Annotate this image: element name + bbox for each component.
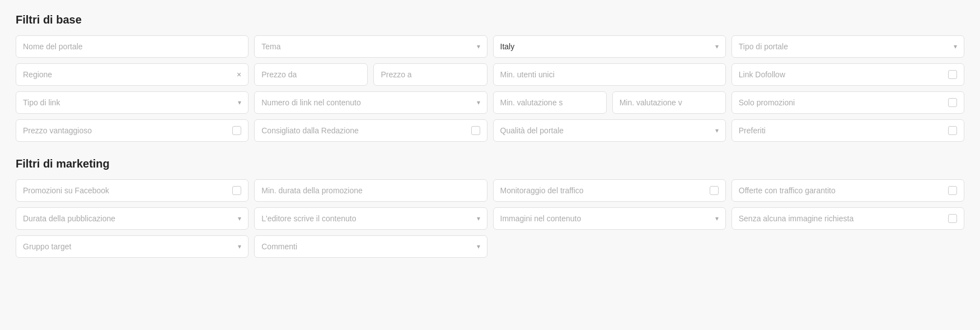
marketing-filters-section: Filtri di marketing Promozioni su Facebo…	[16, 157, 964, 258]
base-filters-title: Filtri di base	[16, 13, 964, 26]
tipo-portale-select[interactable]: Tipo di portale ▾	[732, 35, 964, 58]
min-valutazione-from[interactable]: Min. valutazione s	[493, 91, 607, 114]
offerte-traffico-label: Offerte con traffico garantito	[739, 186, 944, 195]
min-durata-input[interactable]: Min. durata della promozione	[254, 179, 487, 202]
tipo-link-select[interactable]: Tipo di link ▾	[16, 91, 248, 114]
regione-cell: Regione ×	[16, 63, 248, 86]
consigliato-redazione-checkbox[interactable]: Consigliato dalla Redazione	[254, 119, 487, 142]
prezzo-from[interactable]: Prezzo da	[254, 63, 368, 86]
filter-row: Prezzo vantaggioso Consigliato dalla Red…	[16, 119, 964, 142]
chevron-down-icon: ▾	[715, 215, 719, 222]
qualita-portale-select[interactable]: Qualità del portale ▾	[493, 119, 726, 142]
gruppo-target-select[interactable]: Gruppo target ▾	[16, 235, 248, 258]
country-label: Italy	[500, 42, 711, 51]
monitoraggio-traffico-label: Monitoraggio del traffico	[500, 186, 705, 195]
preferiti-checkbox[interactable]: Preferiti	[732, 119, 964, 142]
filter-row: Gruppo target ▾ Commenti ▾	[16, 235, 964, 258]
empty2-cell	[732, 235, 964, 258]
solo-promozioni-checkbox[interactable]: Solo promozioni	[732, 91, 964, 114]
qualita-portale-cell: Qualità del portale ▾	[493, 119, 726, 142]
country-select[interactable]: Italy ▾	[493, 35, 726, 58]
min-durata-cell: Min. durata della promozione	[254, 179, 487, 202]
immagini-contenuto-label: Immagini nel contenuto	[500, 214, 711, 223]
promozioni-facebook-label: Promozioni su Facebook	[23, 186, 228, 195]
min-valutazione-to-label: Min. valutazione v	[620, 98, 719, 107]
tipo-link-cell: Tipo di link ▾	[16, 91, 248, 114]
prezzo-vantaggioso-label: Prezzo vantaggioso	[23, 126, 228, 135]
preferiti-checkbox-box[interactable]	[948, 126, 957, 135]
link-dofollow-checkbox[interactable]: Link Dofollow	[732, 63, 964, 86]
filter-row: Tipo di link ▾ Numero di link nel conten…	[16, 91, 964, 114]
close-icon[interactable]: ×	[237, 70, 241, 79]
prezzo-cell: Prezzo da Prezzo a	[254, 63, 487, 86]
offerte-traffico-checkbox-box[interactable]	[948, 186, 957, 195]
senza-immagine-cell: Senza alcuna immagine richiesta	[732, 207, 964, 230]
monitoraggio-traffico-checkbox[interactable]: Monitoraggio del traffico	[493, 179, 726, 202]
monitoraggio-traffico-checkbox-box[interactable]	[710, 186, 719, 195]
chevron-down-icon: ▾	[477, 43, 480, 50]
min-valutazione-pair: Min. valutazione s Min. valutazione v	[493, 91, 726, 114]
senza-immagine-checkbox[interactable]: Senza alcuna immagine richiesta	[732, 207, 964, 230]
solo-promozioni-checkbox-box[interactable]	[948, 98, 957, 107]
num-link-label: Numero di link nel contenuto	[261, 98, 472, 107]
link-dofollow-label: Link Dofollow	[739, 70, 944, 79]
prezzo-vantaggioso-checkbox[interactable]: Prezzo vantaggioso	[16, 119, 248, 142]
preferiti-cell: Preferiti	[732, 119, 964, 142]
promozioni-facebook-checkbox[interactable]: Promozioni su Facebook	[16, 179, 248, 202]
prezzo-to-label: Prezzo a	[381, 70, 480, 79]
consigliato-redazione-checkbox-box[interactable]	[471, 126, 480, 135]
nome-portale-input[interactable]: Nome del portale	[16, 35, 248, 58]
filter-row: Durata della pubblicazione ▾ L'editore s…	[16, 207, 964, 230]
senza-immagine-label: Senza alcuna immagine richiesta	[739, 214, 944, 223]
consigliato-redazione-label: Consigliato dalla Redazione	[261, 126, 466, 135]
min-utenti-input[interactable]: Min. utenti unici	[493, 63, 726, 86]
chevron-down-icon: ▾	[477, 215, 480, 222]
min-durata-label: Min. durata della promozione	[261, 186, 480, 195]
base-filters-section: Filtri di base Nome del portale Tema ▾ I…	[16, 13, 964, 142]
editore-contenuto-select[interactable]: L'editore scrive il contenuto ▾	[254, 207, 487, 230]
chevron-down-icon: ▾	[238, 215, 241, 222]
solo-promozioni-cell: Solo promozioni	[732, 91, 964, 114]
num-link-select[interactable]: Numero di link nel contenuto ▾	[254, 91, 487, 114]
chevron-down-icon: ▾	[477, 243, 480, 250]
tema-label: Tema	[261, 42, 472, 51]
senza-immagine-checkbox-box[interactable]	[948, 214, 957, 223]
tipo-link-label: Tipo di link	[23, 98, 233, 107]
chevron-down-icon: ▾	[715, 43, 719, 50]
monitoraggio-traffico-cell: Monitoraggio del traffico	[493, 179, 726, 202]
promozioni-facebook-checkbox-box[interactable]	[232, 186, 241, 195]
chevron-down-icon: ▾	[715, 127, 719, 134]
immagini-contenuto-select[interactable]: Immagini nel contenuto ▾	[493, 207, 726, 230]
regione-input[interactable]: Regione ×	[16, 63, 248, 86]
regione-label: Regione	[23, 70, 232, 79]
tipo-portale-cell: Tipo di portale ▾	[732, 35, 964, 58]
prezzo-pair: Prezzo da Prezzo a	[254, 63, 487, 86]
num-link-cell: Numero di link nel contenuto ▾	[254, 91, 487, 114]
durata-pubblicazione-cell: Durata della pubblicazione ▾	[16, 207, 248, 230]
offerte-traffico-checkbox[interactable]: Offerte con traffico garantito	[732, 179, 964, 202]
chevron-down-icon: ▾	[238, 243, 241, 250]
nome-portale-cell: Nome del portale	[16, 35, 248, 58]
filter-row: Regione × Prezzo da Prezzo a Min. utenti…	[16, 63, 964, 86]
editore-contenuto-cell: L'editore scrive il contenuto ▾	[254, 207, 487, 230]
empty1-cell	[493, 235, 726, 258]
min-valutazione-from-label: Min. valutazione s	[500, 98, 599, 107]
tema-cell: Tema ▾	[254, 35, 487, 58]
tipo-portale-label: Tipo di portale	[739, 42, 949, 51]
nome-portale-label: Nome del portale	[23, 42, 241, 51]
durata-pubblicazione-select[interactable]: Durata della pubblicazione ▾	[16, 207, 248, 230]
chevron-down-icon: ▾	[477, 99, 480, 106]
prezzo-to[interactable]: Prezzo a	[373, 63, 487, 86]
prezzo-from-label: Prezzo da	[261, 70, 360, 79]
prezzo-vantaggioso-checkbox-box[interactable]	[232, 126, 241, 135]
link-dofollow-checkbox-box[interactable]	[948, 70, 957, 79]
tema-select[interactable]: Tema ▾	[254, 35, 487, 58]
min-valutazione-cell: Min. valutazione s Min. valutazione v	[493, 91, 726, 114]
filter-row: Promozioni su Facebook Min. durata della…	[16, 179, 964, 202]
qualita-portale-label: Qualità del portale	[500, 126, 711, 135]
commenti-select[interactable]: Commenti ▾	[254, 235, 487, 258]
page-container: Filtri di base Nome del portale Tema ▾ I…	[16, 13, 964, 258]
base-filters-grid: Nome del portale Tema ▾ Italy ▾ Tipo di …	[16, 35, 964, 142]
country-cell: Italy ▾	[493, 35, 726, 58]
min-valutazione-to[interactable]: Min. valutazione v	[612, 91, 726, 114]
